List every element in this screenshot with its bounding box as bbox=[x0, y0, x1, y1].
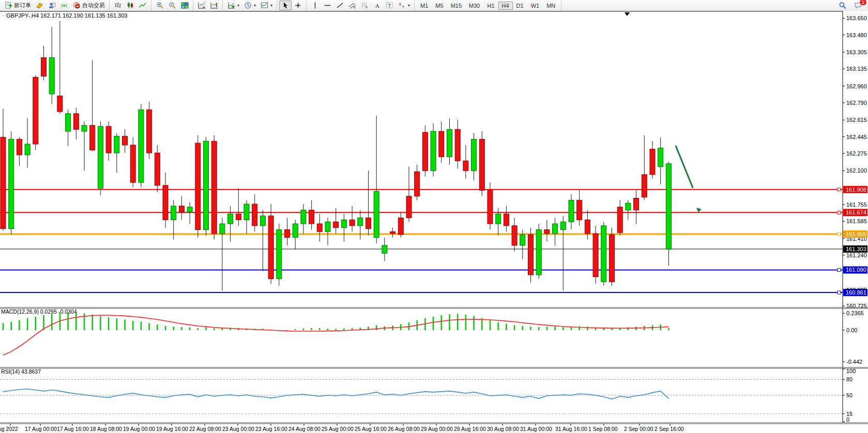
candlestick[interactable] bbox=[82, 126, 87, 131]
candlestick[interactable] bbox=[244, 204, 249, 220]
candlestick[interactable] bbox=[658, 148, 663, 166]
candlestick[interactable] bbox=[317, 224, 322, 231]
candlestick[interactable] bbox=[57, 96, 63, 112]
periods-clock-button[interactable]: ▾ bbox=[241, 1, 258, 10]
candlestick[interactable] bbox=[155, 153, 160, 185]
candlestick[interactable] bbox=[114, 136, 119, 153]
search-button[interactable] bbox=[836, 1, 848, 10]
candlestick[interactable] bbox=[642, 175, 647, 197]
candlestick[interactable] bbox=[277, 229, 282, 279]
text-a-button[interactable]: A bbox=[371, 1, 383, 10]
candlestick[interactable] bbox=[349, 220, 355, 225]
candlestick[interactable] bbox=[560, 222, 566, 229]
candlestick[interactable] bbox=[49, 57, 54, 94]
chart-canvas[interactable]: 163.650163.480163.305163.135162.960162.7… bbox=[0, 11, 868, 433]
candlestick[interactable] bbox=[211, 141, 217, 234]
timeframe-w1-button[interactable]: W1 bbox=[527, 2, 543, 10]
timeframe-h1-button[interactable]: H1 bbox=[483, 2, 498, 10]
candlestick[interactable] bbox=[585, 220, 590, 234]
candlestick[interactable] bbox=[341, 220, 346, 227]
arrows-button[interactable]: ▾ bbox=[395, 1, 412, 10]
line-handle[interactable] bbox=[837, 291, 841, 294]
candlestick[interactable] bbox=[171, 206, 176, 220]
candlestick[interactable] bbox=[553, 224, 558, 234]
candles-chart-button[interactable] bbox=[124, 1, 136, 10]
candlestick[interactable] bbox=[98, 127, 103, 189]
candlestick[interactable] bbox=[285, 229, 290, 237]
candlestick[interactable] bbox=[260, 216, 265, 226]
new-order-button[interactable]: 新订单 bbox=[2, 1, 33, 10]
candlestick[interactable] bbox=[139, 110, 144, 182]
zoom-in-button[interactable] bbox=[154, 1, 166, 10]
candlestick[interactable] bbox=[17, 139, 22, 154]
candlestick[interactable] bbox=[220, 224, 225, 234]
trendline-button[interactable] bbox=[333, 1, 346, 10]
candlestick[interactable] bbox=[147, 110, 152, 153]
timeframe-m5-button[interactable]: M5 bbox=[432, 2, 447, 10]
candlestick[interactable] bbox=[309, 210, 314, 224]
autotrade-button[interactable]: 自动交易 bbox=[70, 1, 107, 10]
candlestick[interactable] bbox=[415, 172, 420, 196]
candlestick[interactable] bbox=[41, 57, 47, 76]
candlestick[interactable] bbox=[90, 126, 95, 150]
template-chart-button[interactable]: ▾ bbox=[258, 1, 275, 10]
candlestick[interactable] bbox=[179, 206, 184, 212]
candlestick[interactable] bbox=[650, 149, 655, 174]
candlestick[interactable] bbox=[382, 245, 387, 253]
text-label-button[interactable]: T bbox=[383, 1, 395, 10]
timeframe-m1-button[interactable]: M1 bbox=[417, 2, 432, 10]
candlestick[interactable] bbox=[252, 204, 257, 226]
candlestick[interactable] bbox=[9, 139, 14, 228]
candlestick[interactable] bbox=[106, 127, 111, 153]
metaeditor-button[interactable] bbox=[33, 1, 45, 10]
chart-shift-button[interactable] bbox=[195, 1, 208, 10]
candlestick[interactable] bbox=[390, 231, 395, 234]
candlestick[interactable] bbox=[366, 218, 371, 229]
candlestick[interactable] bbox=[374, 191, 379, 237]
crosshair-button[interactable] bbox=[292, 1, 304, 10]
candlestick[interactable] bbox=[204, 141, 209, 229]
candlestick[interactable] bbox=[569, 200, 574, 222]
candlestick[interactable] bbox=[130, 145, 135, 182]
candlestick[interactable] bbox=[626, 203, 631, 210]
candlestick[interactable] bbox=[479, 139, 484, 190]
candlestick[interactable] bbox=[422, 132, 428, 171]
vertical-line-button[interactable] bbox=[309, 1, 321, 10]
terminal-user-button[interactable] bbox=[45, 1, 58, 10]
candlestick[interactable] bbox=[610, 235, 615, 282]
candlestick[interactable] bbox=[268, 216, 273, 279]
candlestick[interactable] bbox=[488, 190, 493, 224]
timeframe-d1-button[interactable]: D1 bbox=[513, 2, 527, 10]
candlestick[interactable] bbox=[504, 214, 509, 226]
line-handle[interactable] bbox=[837, 188, 841, 191]
candlestick[interactable] bbox=[520, 235, 525, 245]
timeframe-m30-button[interactable]: M30 bbox=[465, 2, 483, 10]
line-chart-button[interactable] bbox=[136, 1, 149, 10]
candlestick[interactable] bbox=[439, 131, 444, 157]
candlestick[interactable] bbox=[33, 77, 38, 144]
timeframe-mn-button[interactable]: MN bbox=[543, 2, 559, 10]
zoom-out-button[interactable] bbox=[166, 1, 178, 10]
timeframe-h4-button[interactable]: H4 bbox=[498, 2, 513, 10]
candlestick[interactable] bbox=[617, 207, 622, 233]
candlestick[interactable] bbox=[528, 235, 534, 275]
candlestick[interactable] bbox=[301, 210, 306, 224]
candlestick[interactable] bbox=[431, 131, 436, 171]
candlestick[interactable] bbox=[398, 218, 403, 235]
candlestick[interactable] bbox=[496, 214, 501, 224]
candlestick[interactable] bbox=[666, 164, 671, 249]
candlestick[interactable] bbox=[512, 226, 517, 245]
candlestick[interactable] bbox=[333, 222, 339, 227]
chat-button[interactable]: 1 bbox=[851, 1, 864, 10]
bars-chart-button[interactable] bbox=[112, 1, 124, 10]
candlestick[interactable] bbox=[358, 218, 363, 226]
candlestick[interactable] bbox=[163, 185, 168, 220]
candlestick[interactable] bbox=[25, 144, 30, 155]
candlestick[interactable] bbox=[471, 139, 477, 171]
candlestick[interactable] bbox=[293, 224, 298, 238]
fibonacci-button[interactable]: F bbox=[358, 1, 371, 10]
candlestick[interactable] bbox=[73, 114, 79, 129]
signal-button[interactable] bbox=[58, 1, 70, 10]
candlestick[interactable] bbox=[325, 222, 330, 231]
candlestick[interactable] bbox=[593, 234, 598, 277]
